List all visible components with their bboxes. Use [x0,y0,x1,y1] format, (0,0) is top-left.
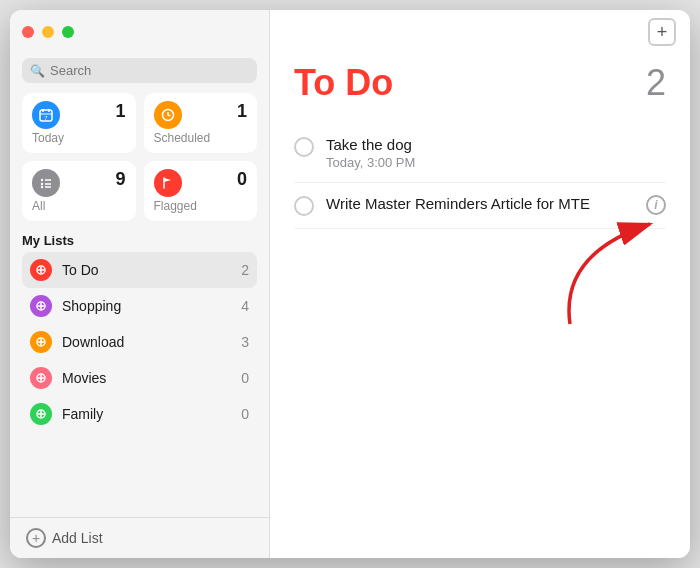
add-list-icon: + [26,528,46,548]
add-list-label: Add List [52,530,103,546]
app-window: 🔍 7 1 [10,10,690,558]
todo-title: To Do [294,62,393,104]
scheduled-count: 1 [237,101,247,122]
smart-list-all[interactable]: 9 All [22,161,136,221]
today-icon: 7 [32,101,60,129]
family-count: 0 [241,406,249,422]
all-label: All [32,199,126,213]
main-toolbar: + [270,10,690,54]
movies-bullet [30,367,52,389]
reminder-title-1: Take the dog [326,136,666,153]
shopping-bullet [30,295,52,317]
scheduled-icon [154,101,182,129]
minimize-button[interactable] [42,26,54,38]
add-list-button[interactable]: + Add List [10,517,269,558]
reminder-info-button-2[interactable]: i [646,195,666,215]
sidebar: 🔍 7 1 [10,10,270,558]
smart-list-scheduled[interactable]: 1 Scheduled [144,93,258,153]
download-bullet [30,331,52,353]
todo-count: 2 [241,262,249,278]
my-lists-section: My Lists To Do 2 Shopping 4 Downloa [10,233,269,509]
list-item-download[interactable]: Download 3 [22,324,257,360]
movies-count: 0 [241,370,249,386]
todo-bullet [30,259,52,281]
reminder-item-2: Write Master Reminders Article for MTE i [294,183,666,229]
reminder-checkbox-2[interactable] [294,196,314,216]
svg-point-10 [41,183,43,185]
today-count: 1 [115,101,125,122]
list-item-family[interactable]: Family 0 [22,396,257,432]
reminder-title-2: Write Master Reminders Article for MTE [326,195,634,212]
maximize-button[interactable] [62,26,74,38]
my-lists-heading: My Lists [22,233,257,248]
smart-list-today[interactable]: 7 1 Today [22,93,136,153]
reminder-content-1: Take the dog Today, 3:00 PM [326,136,666,170]
shopping-name: Shopping [62,298,231,314]
flagged-icon [154,169,182,197]
reminder-item-1: Take the dog Today, 3:00 PM [294,124,666,183]
all-icon [32,169,60,197]
svg-point-8 [41,179,43,181]
list-item-shopping[interactable]: Shopping 4 [22,288,257,324]
family-name: Family [62,406,231,422]
movies-name: Movies [62,370,231,386]
svg-text:7: 7 [44,115,48,121]
download-count: 3 [241,334,249,350]
shopping-count: 4 [241,298,249,314]
todo-name: To Do [62,262,231,278]
smart-list-flagged[interactable]: 0 Flagged [144,161,258,221]
all-count: 9 [115,169,125,190]
smart-lists: 7 1 Today 1 [10,93,269,233]
svg-point-12 [41,186,43,188]
close-button[interactable] [22,26,34,38]
reminder-checkbox-1[interactable] [294,137,314,157]
main-body: To Do 2 Take the dog Today, 3:00 PM Writ… [270,54,690,558]
add-reminder-button[interactable]: + [648,18,676,46]
family-bullet [30,403,52,425]
reminder-subtitle-1: Today, 3:00 PM [326,155,666,170]
search-bar: 🔍 [22,58,257,83]
search-icon: 🔍 [30,64,45,78]
todo-total-count: 2 [646,62,666,104]
flagged-count: 0 [237,169,247,190]
search-input[interactable] [22,58,257,83]
list-item-movies[interactable]: Movies 0 [22,360,257,396]
scheduled-label: Scheduled [154,131,248,145]
flagged-label: Flagged [154,199,248,213]
titlebar [10,10,269,54]
todo-header: To Do 2 [294,62,666,104]
reminder-content-2: Write Master Reminders Article for MTE [326,195,634,212]
list-item-todo[interactable]: To Do 2 [22,252,257,288]
download-name: Download [62,334,231,350]
main-content: + To Do 2 Take the dog Today, 3:00 PM Wr… [270,10,690,558]
today-label: Today [32,131,126,145]
